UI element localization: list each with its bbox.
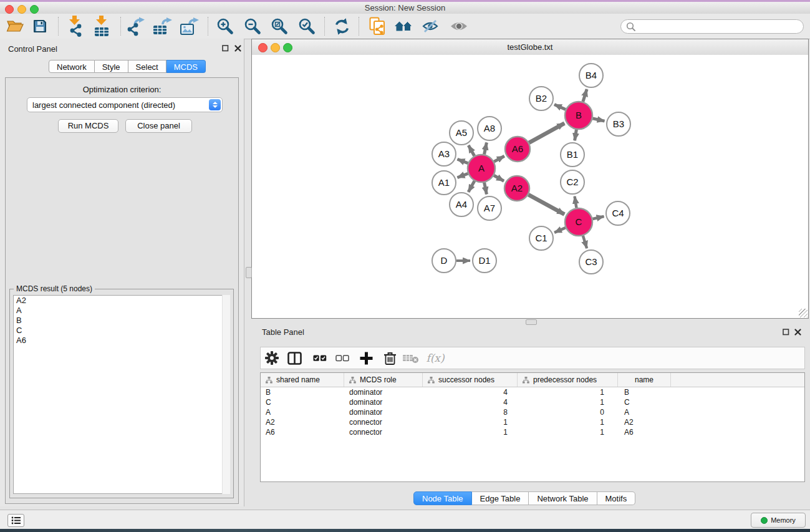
run-mcds-button[interactable]: Run MCDS: [58, 119, 118, 133]
column-layout-button[interactable]: [286, 349, 303, 367]
graph-edge-C-C4[interactable]: [592, 216, 604, 219]
home-view-button[interactable]: [392, 16, 415, 37]
zoom-selected-button[interactable]: [296, 16, 318, 37]
close-panel-icon[interactable]: [234, 44, 242, 52]
table-cell[interactable]: dominator: [344, 407, 423, 417]
search-input[interactable]: [640, 22, 798, 32]
graph-edge-A-A1[interactable]: [457, 173, 468, 178]
table-cell[interactable]: A: [261, 407, 344, 417]
table-cell[interactable]: 4: [423, 397, 518, 407]
tab-network-table[interactable]: Network Table: [529, 491, 597, 505]
graph-edge-A-A4[interactable]: [468, 181, 475, 192]
graph-edge-C-C3[interactable]: [583, 236, 587, 248]
table-cell[interactable]: 4: [423, 387, 518, 397]
graph-edge-A2-C[interactable]: [528, 195, 564, 214]
save-session-button[interactable]: [29, 16, 51, 37]
table-cell[interactable]: A6: [261, 427, 344, 437]
export-image-button[interactable]: [178, 16, 201, 37]
zoom-fit-button[interactable]: [268, 16, 291, 37]
table-cell[interactable]: 1: [518, 417, 618, 427]
deselect-all-button[interactable]: [334, 349, 351, 367]
tab-motifs[interactable]: Motifs: [597, 491, 636, 505]
table-cell[interactable]: connector: [344, 427, 423, 437]
mcds-result-item[interactable]: A6: [14, 336, 229, 346]
table-cell[interactable]: A2: [618, 417, 671, 427]
table-cell[interactable]: 1: [423, 417, 518, 427]
table-row[interactable]: Cdominator41C: [261, 397, 804, 407]
mcds-result-item[interactable]: C: [14, 326, 229, 336]
graph-edge-B-B2[interactable]: [554, 104, 566, 109]
graph-edge-B-B1[interactable]: [575, 130, 577, 141]
optimization-criterion-dropdown[interactable]: largest connected component (directed): [27, 97, 223, 112]
graph-edge-A6-B[interactable]: [529, 123, 564, 143]
column-header-name[interactable]: name: [618, 373, 671, 387]
delete-row-button[interactable]: [381, 349, 398, 367]
table-cell[interactable]: 0: [518, 407, 618, 417]
export-network-button[interactable]: [125, 16, 147, 37]
column-header-successor-nodes[interactable]: successor nodes: [423, 373, 518, 387]
table-cell[interactable]: A6: [618, 427, 671, 437]
search-field[interactable]: [620, 19, 804, 34]
tab-node-table[interactable]: Node Table: [413, 491, 472, 505]
show-panel-button[interactable]: [448, 16, 470, 37]
task-history-button[interactable]: [7, 514, 24, 527]
table-cell[interactable]: A: [618, 407, 671, 417]
hide-panel-button[interactable]: [419, 16, 441, 37]
graph-edge-C-C1[interactable]: [554, 228, 566, 233]
table-cell[interactable]: B: [261, 387, 344, 397]
table-cell[interactable]: dominator: [344, 387, 423, 397]
vertical-splitter-handle[interactable]: [246, 267, 252, 278]
table-settings-button[interactable]: [263, 349, 281, 367]
table-cell[interactable]: 1: [518, 387, 618, 397]
close-panel-icon[interactable]: [794, 328, 802, 336]
refresh-view-button[interactable]: [330, 16, 353, 37]
graph-edge-A-A7[interactable]: [485, 183, 487, 195]
table-cell[interactable]: C: [618, 397, 671, 407]
tab-select[interactable]: Select: [128, 60, 166, 73]
network-snapshot-button[interactable]: [366, 16, 388, 37]
table-row[interactable]: Bdominator41B: [261, 387, 804, 397]
table-cell[interactable]: 1: [518, 427, 618, 437]
table-row[interactable]: Adominator80A: [261, 407, 804, 417]
close-panel-button[interactable]: Close panel: [125, 119, 192, 133]
column-header-shared-name[interactable]: shared name: [261, 373, 344, 387]
import-table-button[interactable]: [90, 16, 113, 37]
table-cell[interactable]: C: [261, 397, 344, 407]
graph-edge-A-A6[interactable]: [494, 156, 504, 162]
select-all-button[interactable]: [311, 349, 329, 367]
add-row-button[interactable]: [357, 349, 375, 367]
graph-edge-C-C2[interactable]: [575, 196, 577, 208]
tab-edge-table[interactable]: Edge Table: [472, 491, 529, 505]
table-row[interactable]: A2connector11A2: [261, 417, 804, 427]
import-network-button[interactable]: [64, 16, 86, 37]
float-panel-icon[interactable]: [782, 328, 790, 336]
zoom-in-button[interactable]: [214, 16, 236, 37]
window-resize-grip[interactable]: [799, 309, 808, 317]
result-list-scrollbar[interactable]: [222, 295, 230, 494]
mcds-result-list[interactable]: A2ABCA6: [13, 295, 230, 494]
graph-edge-B-B4[interactable]: [583, 89, 587, 102]
table-cell[interactable]: 1: [423, 427, 518, 437]
table-cell[interactable]: A2: [261, 417, 344, 427]
table-row[interactable]: A6connector11A6: [261, 427, 804, 437]
mcds-result-item[interactable]: A2: [14, 296, 229, 306]
graph-edge-B-B3[interactable]: [592, 118, 604, 121]
network-canvas[interactable]: ABCA2A6A1A3A4A5A7A8B1B2B3B4C1C2C3C4DD1: [252, 55, 808, 318]
float-panel-icon[interactable]: [221, 44, 229, 52]
open-session-button[interactable]: [4, 16, 26, 37]
mcds-result-item[interactable]: B: [14, 316, 229, 326]
column-header-predecessor-nodes[interactable]: predecessor nodes: [518, 373, 618, 387]
table-cell[interactable]: dominator: [344, 397, 423, 407]
column-header-mcds-role[interactable]: MCDS role: [344, 373, 423, 387]
network-graph[interactable]: ABCA2A6A1A3A4A5A7A8B1B2B3B4C1C2C3C4DD1: [252, 55, 808, 318]
table-cell[interactable]: connector: [344, 417, 423, 427]
graph-edge-A-A5[interactable]: [468, 145, 474, 156]
table-cell[interactable]: 8: [423, 407, 518, 417]
tab-style[interactable]: Style: [95, 60, 128, 73]
graph-edge-A-A8[interactable]: [485, 143, 487, 155]
tab-network[interactable]: Network: [49, 60, 95, 73]
graph-edge-A-A3[interactable]: [457, 159, 468, 163]
zoom-out-button[interactable]: [241, 16, 264, 37]
memory-button[interactable]: Memory: [751, 513, 806, 528]
table-cell[interactable]: 1: [518, 397, 618, 407]
